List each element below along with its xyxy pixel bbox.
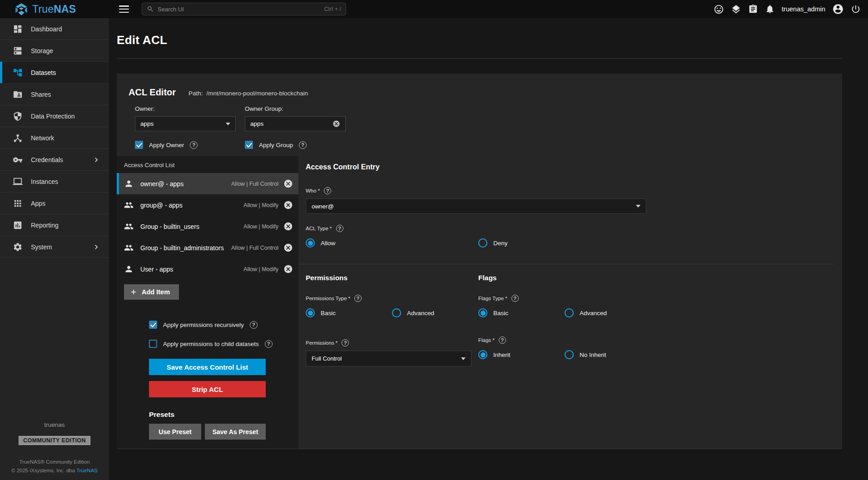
ace-perms: Allow | Modify	[243, 266, 283, 272]
sidebar-item-apps[interactable]: Apps	[0, 193, 109, 214]
delete-entry-icon[interactable]	[283, 243, 293, 252]
ace-list-item[interactable]: User - apps Allow | Modify	[117, 258, 298, 280]
sidebar-item-label: Credentials	[31, 156, 63, 163]
save-as-preset-button[interactable]: Save As Preset	[205, 424, 266, 440]
sidebar-footer: truenas COMMUNITY EDITION TrueNAS® Commu…	[0, 421, 109, 475]
acl-type-allow-radio[interactable]: Allow	[306, 238, 478, 247]
search-input[interactable]	[158, 6, 321, 13]
sidebar-item-system[interactable]: System	[0, 236, 109, 258]
delete-entry-icon[interactable]	[283, 222, 293, 231]
help-icon[interactable]	[265, 340, 273, 348]
help-icon[interactable]	[499, 336, 506, 344]
search-shortcut-hint: Ctrl + /	[324, 6, 341, 12]
sidebar-item-instances[interactable]: Instances	[0, 171, 109, 193]
flags-inherit-radio[interactable]: Inherit	[478, 350, 565, 359]
shield-icon	[13, 111, 23, 121]
key-icon	[13, 155, 23, 165]
help-icon[interactable]	[324, 187, 331, 194]
notifications-bell-icon[interactable]	[765, 4, 775, 14]
chevron-right-icon	[92, 242, 101, 252]
jobs-clipboard-icon[interactable]	[748, 4, 758, 14]
apply-group-checkbox[interactable]	[245, 141, 253, 149]
acl-list-heading: Access Control List	[117, 162, 298, 173]
flags-section-heading: Flags	[478, 274, 834, 282]
apply-owner-checkbox[interactable]	[135, 141, 143, 149]
ace-list-item[interactable]: Group - builtin_users Allow | Modify	[117, 216, 298, 237]
user-avatar-icon[interactable]	[832, 3, 844, 15]
main-content: Edit ACL ACL Editor Path: /mnt/monero-po…	[109, 18, 868, 480]
help-icon[interactable]	[342, 339, 349, 346]
delete-entry-icon[interactable]	[283, 264, 293, 274]
sidebar-item-label: Storage	[31, 47, 53, 54]
radio-icon	[565, 308, 574, 317]
apply-recursively-checkbox[interactable]	[149, 321, 157, 329]
sidebar-item-label: Data Protection	[31, 113, 75, 120]
delete-entry-icon[interactable]	[283, 200, 293, 210]
ace-who: group@ - apps	[140, 202, 183, 209]
help-icon[interactable]	[250, 321, 258, 329]
storage-icon	[13, 46, 23, 56]
radio-label: Deny	[493, 240, 508, 247]
ace-who: Group - builtin_administrators	[140, 244, 224, 252]
permissions-type-advanced-radio[interactable]: Advanced	[392, 308, 434, 317]
dataset-path: Path: /mnt/monero-pool/monero-blockchain	[188, 90, 308, 97]
sidebar-item-label: Shares	[31, 91, 51, 98]
global-search[interactable]: Ctrl + /	[142, 3, 346, 15]
radio-icon	[565, 350, 574, 359]
power-icon[interactable]	[851, 4, 861, 14]
sidebar-item-datasets[interactable]: Datasets	[0, 62, 109, 84]
sidebar-item-reporting[interactable]: Reporting	[0, 214, 109, 236]
datasets-tree-icon	[13, 68, 23, 78]
sidebar-item-credentials[interactable]: Credentials	[0, 149, 109, 171]
help-icon[interactable]	[354, 295, 362, 302]
ace-list-item[interactable]: owner@ - apps Allow | Full Control	[117, 173, 298, 194]
ace-who: Group - builtin_users	[140, 223, 199, 230]
owner-select[interactable]: apps	[135, 116, 236, 131]
acl-type-deny-radio[interactable]: Deny	[478, 238, 508, 247]
chevron-right-icon	[92, 155, 101, 164]
menu-toggle-icon[interactable]	[119, 5, 129, 13]
strip-acl-button[interactable]: Strip ACL	[149, 381, 266, 397]
presets-heading: Presets	[149, 411, 266, 419]
flags-type-basic-radio[interactable]: Basic	[478, 308, 565, 317]
group-icon	[124, 222, 134, 231]
apply-child-datasets-checkbox[interactable]	[149, 340, 157, 348]
ace-list-item[interactable]: group@ - apps Allow | Modify	[117, 194, 298, 216]
help-icon[interactable]	[190, 141, 198, 149]
save-acl-button[interactable]: Save Access Control List	[149, 359, 266, 375]
use-preset-button[interactable]: Use Preset	[149, 424, 201, 440]
page-title: Edit ACL	[117, 33, 842, 47]
flags-type-advanced-radio[interactable]: Advanced	[565, 308, 607, 317]
add-item-button[interactable]: Add Item	[124, 284, 179, 300]
flags-no-inherit-radio[interactable]: No Inherit	[565, 350, 606, 359]
permissions-label: Permissions *	[306, 340, 337, 346]
clear-input-icon[interactable]	[332, 120, 340, 128]
radio-icon	[478, 308, 487, 317]
sidebar-item-shares[interactable]: Shares	[0, 84, 109, 105]
sidebar-item-network[interactable]: Network	[0, 127, 109, 149]
sidebar-item-dashboard[interactable]: Dashboard	[0, 18, 109, 40]
owner-label: Owner:	[135, 105, 245, 112]
help-icon[interactable]	[299, 141, 307, 149]
permissions-type-basic-radio[interactable]: Basic	[306, 308, 392, 317]
truenas-link[interactable]: TrueNAS	[76, 468, 98, 473]
sidebar-item-label: Dashboard	[31, 25, 62, 33]
delete-entry-icon[interactable]	[283, 179, 293, 188]
network-hub-icon	[13, 133, 23, 143]
help-icon[interactable]	[336, 225, 343, 232]
person-icon	[124, 179, 134, 188]
owner-group-input[interactable]: apps	[245, 116, 346, 131]
sidebar-item-storage[interactable]: Storage	[0, 40, 109, 62]
feedback-smiley-icon[interactable]	[714, 4, 724, 15]
ace-list-item[interactable]: Group - builtin_administrators Allow | F…	[117, 237, 298, 258]
radio-label: No Inherit	[580, 351, 606, 358]
ace-form-heading: Access Control Entry	[306, 163, 834, 171]
who-select[interactable]: owner@	[306, 198, 646, 214]
truenas-logo[interactable]: TrueNAS	[0, 3, 109, 15]
permissions-select[interactable]: Full Control	[306, 351, 471, 366]
radio-label: Advanced	[580, 310, 607, 317]
truenas-logo-icon	[15, 3, 28, 15]
sidebar-item-data-protection[interactable]: Data Protection	[0, 105, 109, 127]
truecommand-icon[interactable]	[731, 4, 741, 15]
help-icon[interactable]	[511, 295, 519, 302]
